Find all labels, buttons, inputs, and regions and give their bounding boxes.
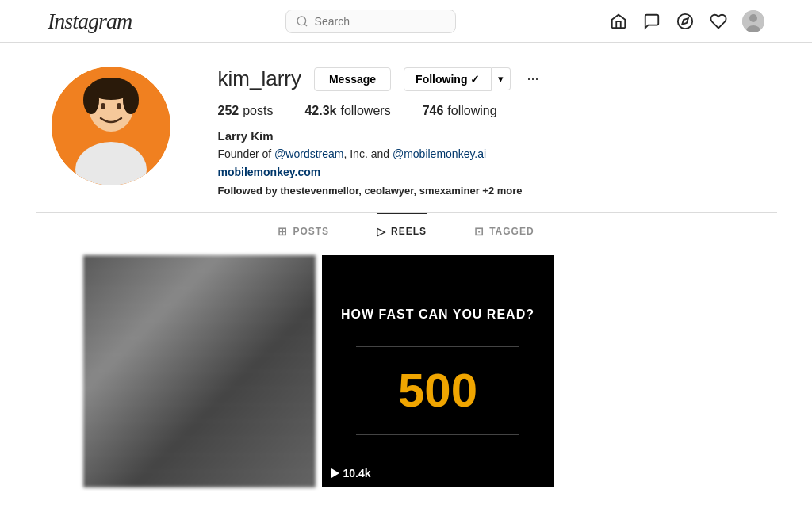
- profile-username: kim_larry: [218, 67, 301, 91]
- svg-point-2: [678, 13, 692, 28]
- svg-point-11: [117, 103, 121, 109]
- heart-icon[interactable]: [709, 12, 728, 31]
- instagram-logo: Instagram: [48, 9, 132, 34]
- reel-number: 500: [398, 363, 477, 418]
- followers-label: followers: [341, 104, 391, 118]
- views-count: 10.4k: [343, 467, 371, 479]
- following-count: 746: [423, 104, 444, 118]
- svg-point-14: [123, 86, 139, 114]
- person-check-icon: ✓: [470, 73, 480, 86]
- tag-icon: ⊡: [474, 225, 485, 238]
- profile-stats: 252 posts 42.3k followers 746 following: [218, 104, 761, 118]
- reel-views: 10.4k: [331, 467, 371, 479]
- tab-tagged[interactable]: ⊡ TAGGED: [474, 213, 534, 249]
- follow-chevron-button[interactable]: ▾: [492, 67, 511, 90]
- svg-point-0: [297, 17, 306, 25]
- search-icon: [296, 15, 308, 28]
- profile-avatar: [52, 67, 170, 185]
- search-input[interactable]: [315, 15, 446, 28]
- user-avatar[interactable]: [742, 10, 764, 32]
- follow-dropdown: Following ✓ ▾: [404, 67, 511, 91]
- profile-info: kim_larry Message Following ✓ ▾ ··· 252 …: [218, 67, 761, 197]
- tab-reels[interactable]: ▷ REELS: [377, 213, 427, 249]
- posts-stat: 252 posts: [218, 104, 274, 118]
- followed-by: Followed by thestevenmellor, ceolawyer, …: [218, 185, 761, 197]
- followers-stat[interactable]: 42.3k followers: [304, 104, 390, 118]
- svg-point-13: [83, 86, 99, 114]
- search-bar[interactable]: [285, 10, 456, 33]
- following-stat[interactable]: 746 following: [423, 104, 497, 118]
- wordstream-link[interactable]: @wordstream: [274, 147, 343, 160]
- grid-item-1[interactable]: [83, 255, 316, 487]
- tab-posts[interactable]: ⊞ POSTS: [278, 213, 329, 249]
- header: Instagram: [0, 0, 812, 43]
- profile-top-row: kim_larry Message Following ✓ ▾ ···: [218, 67, 761, 91]
- profile-tabs: ⊞ POSTS ▷ REELS ⊡ TAGGED: [36, 213, 777, 249]
- followers-count: 42.3k: [304, 104, 336, 118]
- svg-marker-3: [682, 18, 688, 25]
- messenger-icon[interactable]: [642, 12, 661, 31]
- svg-point-10: [101, 103, 105, 109]
- following-button[interactable]: Following ✓: [404, 67, 492, 91]
- content-grid: HOW FAST CAN YOU READ? 500 10.4k: [36, 249, 777, 494]
- posts-label: posts: [243, 104, 273, 118]
- home-icon[interactable]: [609, 12, 628, 31]
- posts-count: 252: [218, 104, 239, 118]
- tab-posts-label: POSTS: [293, 226, 329, 237]
- reels-icon: ▷: [377, 225, 386, 238]
- profile-name: Larry Kim: [218, 129, 761, 143]
- profile-section: kim_larry Message Following ✓ ▾ ··· 252 …: [36, 43, 777, 212]
- message-button[interactable]: Message: [314, 67, 391, 91]
- tab-reels-label: REELS: [391, 226, 427, 237]
- following-label: following: [447, 104, 496, 118]
- svg-line-1: [304, 24, 307, 26]
- grid-item-reel[interactable]: HOW FAST CAN YOU READ? 500 10.4k: [322, 255, 554, 487]
- website-link[interactable]: mobilemonkey.com: [218, 166, 761, 178]
- more-options-button[interactable]: ···: [523, 71, 542, 87]
- avatar-image: [52, 67, 170, 185]
- compass-icon[interactable]: [676, 12, 695, 31]
- grid-icon: ⊞: [278, 225, 288, 238]
- mobilemonkey-link[interactable]: @mobilemonkey.ai: [393, 147, 486, 160]
- tab-tagged-label: TAGGED: [489, 226, 534, 237]
- header-nav-icons: [609, 10, 764, 32]
- reel-title: HOW FAST CAN YOU READ?: [341, 308, 534, 322]
- svg-point-5: [749, 14, 757, 22]
- play-icon: [331, 468, 339, 478]
- profile-bio: Founder of @wordstream, Inc. and @mobile…: [218, 146, 761, 162]
